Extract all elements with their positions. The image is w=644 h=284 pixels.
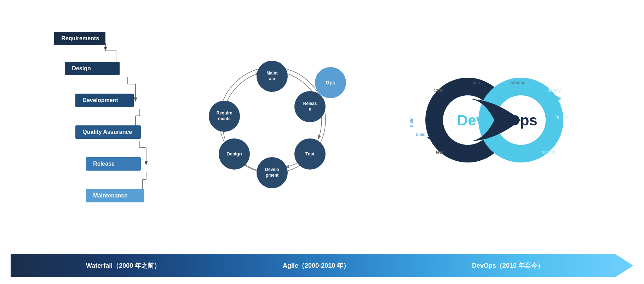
ops-label: Ops xyxy=(508,112,537,129)
svg-text:Operate: Operate xyxy=(554,114,571,119)
infinity-svg: Dev Ops build build test code plan relea… xyxy=(402,71,586,170)
timeline-section: Waterfall（2000 年之前） Agile（2000-2010 年） D… xyxy=(0,240,644,284)
waterfall-connectors xyxy=(51,28,164,212)
agile-requirements: Requirements xyxy=(209,101,240,132)
wf-development: Development xyxy=(75,94,134,107)
timeline-devops: DevOps（2010 年至今） xyxy=(472,261,544,270)
agile-section: Requirements Maintain Release Ops Test D… xyxy=(209,32,336,208)
svg-text:build: build xyxy=(416,132,425,137)
svg-text:code: code xyxy=(433,88,443,93)
svg-text:build: build xyxy=(409,118,414,127)
wf-maintenance: Maintenance xyxy=(86,189,144,202)
svg-text:release: release xyxy=(510,80,525,85)
agile-maintain: Maintain xyxy=(257,61,288,92)
agile-ops: Ops xyxy=(315,67,346,98)
svg-text:monitor: monitor xyxy=(540,149,556,155)
dev-label: Dev xyxy=(457,112,485,129)
main-content: Requirements Design Development Quality … xyxy=(0,0,644,240)
agile-design: Design xyxy=(219,138,250,170)
wf-release: Release xyxy=(86,157,141,171)
svg-text:deploy: deploy xyxy=(547,88,561,93)
agile-test: Test xyxy=(294,138,326,170)
waterfall-section: Requirements Design Development Quality … xyxy=(51,28,150,212)
wf-requirements: Requirements xyxy=(54,32,105,45)
agile-release: Release xyxy=(294,91,326,122)
timeline-waterfall: Waterfall（2000 年之前） xyxy=(86,261,160,270)
devops-section: Dev Ops build build test code plan relea… xyxy=(395,35,593,205)
svg-text:plan: plan xyxy=(471,80,480,85)
infinity-logo: Dev Ops build build test code plan relea… xyxy=(402,71,586,170)
timeline-agile: Agile（2000-2010 年） xyxy=(283,261,350,270)
timeline-bar: Waterfall（2000 年之前） Agile（2000-2010 年） D… xyxy=(11,254,633,277)
wf-qa: Quality Assurance xyxy=(75,125,141,139)
wf-design: Design xyxy=(65,62,120,75)
agile-development: Development xyxy=(257,157,288,188)
svg-text:test: test xyxy=(436,149,443,155)
